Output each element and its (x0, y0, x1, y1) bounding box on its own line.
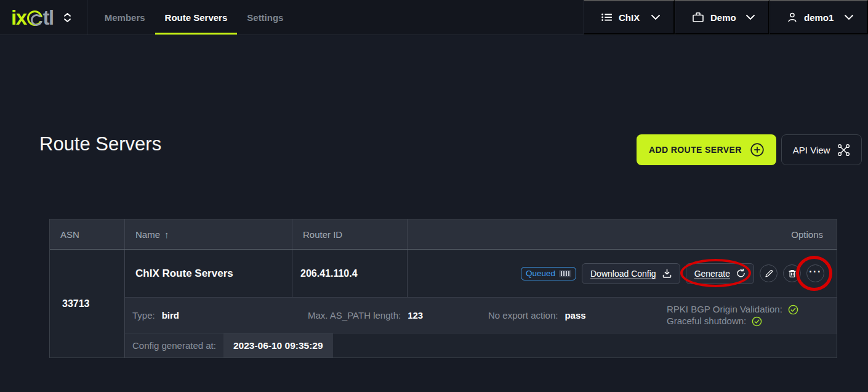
table-body: 33713 ChIX Route Servers 206.41.110.4 Qu… (50, 250, 837, 357)
config-generated-box: Config generated at: 2023-06-10 09:35:29 (125, 333, 333, 357)
route-server-name: ChIX Route Servers (125, 250, 292, 297)
detail-flags: RPKI BGP Origin Validation: Graceful shu… (667, 304, 837, 327)
top-navbar: ix tl Members Route Servers Settings (0, 0, 868, 35)
tab-settings[interactable]: Settings (237, 0, 293, 35)
route-server-details-row: Type: bird Max. AS_PATH length: 123 No e… (125, 297, 837, 333)
chevron-down-icon (845, 15, 853, 20)
chevron-up-icon (64, 13, 71, 17)
edit-button[interactable] (760, 264, 778, 282)
refresh-icon (736, 269, 745, 278)
main-nav: Members Route Servers Settings (87, 0, 294, 35)
flag-graceful-shutdown: Graceful shutdown: (667, 316, 837, 327)
detail-type: Type: bird (125, 310, 308, 321)
navbar-right: ChIX Demo (584, 0, 868, 35)
organization-selector[interactable]: Demo (675, 0, 770, 35)
user-menu[interactable]: demo1 (770, 0, 868, 35)
ellipsis-icon: ··· (809, 267, 821, 277)
generate-config-button[interactable]: Generate (686, 263, 754, 284)
pencil-icon (765, 269, 773, 278)
api-network-icon (837, 144, 850, 157)
config-generated-label: Config generated at: (132, 340, 216, 351)
status-badge: Queued (521, 267, 576, 280)
more-options-button[interactable]: ··· (806, 264, 824, 282)
detail-max-as-path: Max. AS_PATH length: 123 (308, 310, 488, 321)
column-header-options: Options (408, 219, 837, 249)
column-header-name[interactable]: Name ↑ (125, 219, 292, 249)
tab-route-servers[interactable]: Route Servers (155, 0, 238, 35)
exchange-selector[interactable]: ChIX (584, 0, 675, 35)
chevron-down-icon (64, 18, 71, 22)
trash-icon (788, 269, 797, 278)
queue-bars-icon (559, 270, 571, 277)
check-circle-icon (788, 304, 798, 315)
delete-button[interactable] (783, 264, 801, 282)
user-menu-label: demo1 (804, 12, 834, 23)
config-generated-timestamp: 2023-06-10 09:35:29 (223, 333, 333, 357)
briefcase-icon (693, 12, 704, 22)
download-config-button[interactable]: Download Config (582, 263, 680, 284)
download-icon (662, 269, 672, 278)
api-view-label: API View (793, 145, 830, 155)
user-icon (787, 12, 797, 22)
organization-selector-label: Demo (710, 12, 736, 23)
page-title: Route Servers (39, 133, 161, 155)
chevron-down-icon (746, 15, 755, 20)
chevron-down-icon (651, 15, 660, 20)
flag-rpki: RPKI BGP Origin Validation: (667, 304, 837, 315)
app-root: ix tl Members Route Servers Settings (0, 0, 868, 392)
column-header-asn: ASN (50, 219, 125, 249)
plus-circle-icon (750, 143, 764, 157)
check-circle-icon (752, 316, 762, 327)
list-icon (601, 13, 612, 22)
config-generated-row: Config generated at: 2023-06-10 09:35:29 (125, 333, 837, 357)
logo-text-tl: tl (43, 7, 54, 28)
table-row: ChIX Route Servers 206.41.110.4 Queued D… (125, 250, 837, 297)
route-servers-table: ASN Name ↑ Router ID Options 33713 ChIX … (49, 219, 837, 358)
asn-cell: 33713 (50, 250, 125, 357)
api-view-button[interactable]: API View (781, 134, 862, 165)
row-actions: Queued Download Config (408, 250, 837, 297)
column-header-router-id: Router ID (292, 219, 408, 249)
table-header-row: ASN Name ↑ Router ID Options (50, 219, 837, 250)
detail-no-export-action: No export action: pass (488, 310, 667, 321)
ixctl-logo[interactable]: ix tl (11, 7, 54, 28)
app-switcher-button[interactable] (64, 13, 71, 22)
exchange-selector-label: ChIX (619, 12, 640, 23)
router-id-cell: 206.41.110.4 (292, 250, 408, 297)
add-route-server-label: ADD ROUTE SERVER (649, 145, 742, 155)
logo-text-ix: ix (11, 7, 26, 28)
add-route-server-button[interactable]: ADD ROUTE SERVER (637, 134, 776, 165)
logo-c-mark-icon (27, 10, 42, 26)
sort-ascending-icon: ↑ (164, 229, 169, 240)
page-actions: ADD ROUTE SERVER API View (637, 134, 862, 165)
tab-members[interactable]: Members (95, 0, 155, 35)
